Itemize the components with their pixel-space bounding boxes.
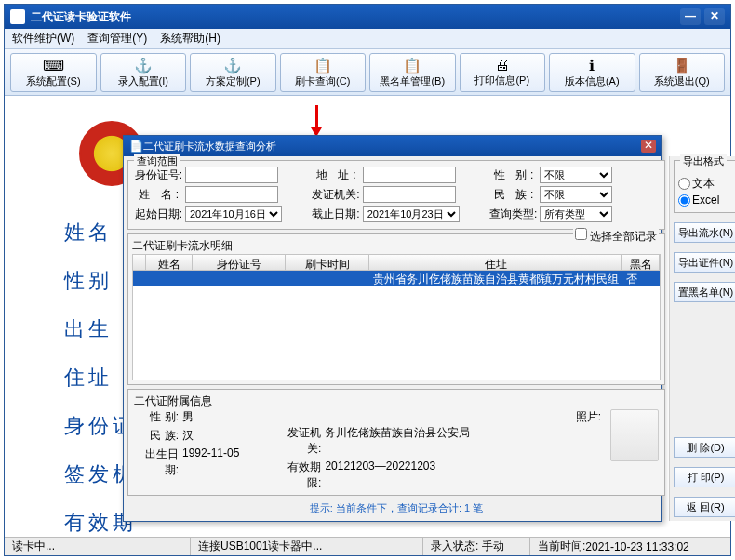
minimize-button[interactable]: — [680, 8, 701, 25]
attached-info-group: 二代证附属信息 性 别:男 民 族:汉 出生日期:1992-11-05 发证机关… [127, 389, 665, 496]
info-issuer: 务川仡佬族苗族自治县公安局 [325, 425, 470, 457]
query-range-title: 查询范围 [134, 154, 180, 168]
info-icon: ℹ [589, 57, 595, 74]
status-mode: 录入状态: 手动 [423, 538, 530, 555]
query-dialog: 📄 二代证刷卡流水数据查询分析 ✕ 查询范围 身份证号: 姓 名: 起始日期:2… [123, 135, 662, 522]
tbtn-cardquery[interactable]: 📋刷卡查询(C) [280, 53, 367, 92]
print-button[interactable]: 打 印(P) [674, 467, 735, 487]
keyboard-icon: ⌨ [43, 57, 64, 74]
door-icon: 🚪 [673, 57, 691, 74]
export-cert-button[interactable]: 导出证件(N) [674, 252, 735, 273]
close-button[interactable]: ✕ [704, 8, 725, 25]
status-conn: 连接USB1001读卡器中... [191, 538, 423, 555]
main-title: 二代证读卡验证软件 [31, 9, 676, 25]
arrow-icon [315, 105, 318, 127]
select-all-checkbox[interactable]: 选择全部记录 [573, 228, 659, 245]
menu-maintain[interactable]: 软件维护(W) [12, 31, 74, 47]
sex-select[interactable]: 不限 [540, 167, 612, 183]
end-date-select[interactable]: 2021年10月23日 [363, 206, 460, 222]
info-birth: 1992-11-05 [182, 447, 239, 478]
info-nation: 汉 [182, 428, 194, 444]
table-header: 姓名 身份证号 刷卡时间 住址 黑名单 [132, 254, 661, 271]
return-button[interactable]: 返 回(R) [674, 497, 735, 517]
statusbar: 读卡中... 连接USB1001读卡器中... 录入状态: 手动 当前时间:20… [5, 537, 730, 555]
tbtn-version[interactable]: ℹ版本信息(A) [549, 53, 635, 92]
addr-input[interactable] [363, 167, 456, 183]
table-row[interactable]: 贵州省务川仡佬族苗族自治县黄都镇万元村村民组 否 [133, 271, 660, 286]
start-date-select[interactable]: 2021年10月16日 [185, 206, 282, 222]
menubar: 软件维护(W) 查询管理(Y) 系统帮助(H) [5, 29, 730, 49]
dialog-sidebar: 导出格式 文本 Excel 导出流水(N) 导出证件(N) 置黑名单(N) 删 … [669, 156, 735, 521]
tbtn-inputconfig[interactable]: ⚓录入配置(I) [100, 53, 187, 92]
export-flow-button[interactable]: 导出流水(N) [674, 222, 735, 243]
table-icon: 📋 [403, 57, 421, 74]
records-group: 二代证刷卡流水明细 选择全部记录 姓名 身份证号 刷卡时间 住址 黑名单 [127, 233, 665, 385]
dialog-close-button[interactable]: ✕ [641, 140, 656, 153]
nation-select[interactable]: 不限 [540, 186, 612, 203]
hint-text: 提示: 当前条件下，查询记录合计: 1 笔 [127, 500, 665, 517]
dialog-title: 二代证刷卡流水数据查询分析 [143, 140, 641, 153]
menu-help[interactable]: 系统帮助(H) [160, 31, 220, 47]
tbtn-sysconfig[interactable]: ⌨系统配置(S) [10, 53, 97, 92]
photo-preview [610, 409, 659, 461]
printer-icon: 🖨 [495, 57, 510, 73]
table-icon: 📋 [314, 57, 332, 74]
export-format-group: 导出格式 文本 Excel [674, 160, 735, 213]
dialog-titlebar: 📄 二代证刷卡流水数据查询分析 ✕ [124, 136, 662, 156]
tbtn-blacklist[interactable]: 📋黑名单管理(B) [369, 53, 456, 92]
tbtn-print[interactable]: 🖨打印信息(P) [460, 53, 546, 92]
app-icon [10, 9, 25, 24]
main-window: 二代证读卡验证软件 — ✕ 软件维护(W) 查询管理(Y) 系统帮助(H) ⌨系… [4, 4, 731, 556]
set-blacklist-button[interactable]: 置黑名单(N) [674, 282, 735, 302]
query-range-group: 查询范围 身份证号: 姓 名: 起始日期:2021年10月16日 地 址: 发证… [127, 160, 665, 230]
info-valid: 20121203—20221203 [325, 460, 435, 491]
export-text-radio[interactable]: 文本 [678, 176, 733, 192]
attached-info-title: 二代证附属信息 [134, 394, 212, 407]
delete-button[interactable]: 删 除(D) [674, 437, 735, 458]
tbtn-plan[interactable]: ⚓方案定制(P) [190, 53, 276, 92]
menu-query[interactable]: 查询管理(Y) [87, 31, 147, 47]
toolbar: ⌨系统配置(S) ⚓录入配置(I) ⚓方案定制(P) 📋刷卡查询(C) 📋黑名单… [5, 49, 730, 96]
tbtn-exit[interactable]: 🚪系统退出(Q) [639, 53, 726, 92]
name-input[interactable] [185, 186, 278, 203]
issuer-input[interactable] [363, 186, 456, 203]
info-sex: 男 [182, 409, 194, 425]
status-time: 当前时间:2021-10-23 11:33:02 [530, 538, 730, 555]
table-body[interactable]: 贵州省务川仡佬族苗族自治县黄都镇万元村村民组 否 [132, 271, 661, 380]
anchor-icon: ⚓ [134, 57, 153, 74]
export-excel-radio[interactable]: Excel [678, 193, 733, 207]
dialog-app-icon: 📄 [129, 140, 143, 153]
id-input[interactable] [185, 167, 278, 183]
status-reader: 读卡中... [5, 538, 191, 555]
main-titlebar: 二代证读卡验证软件 — ✕ [5, 5, 730, 29]
anchor-icon: ⚓ [223, 57, 242, 74]
type-select[interactable]: 所有类型 [540, 206, 612, 222]
